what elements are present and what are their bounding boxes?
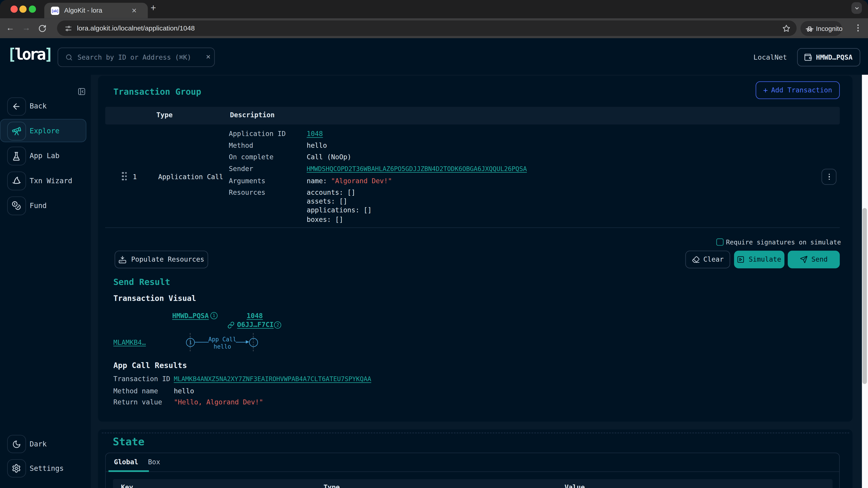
state-tab-bar: Global Box: [106, 453, 839, 472]
sidebar-item-label: Dark: [30, 440, 46, 448]
flask-icon: [12, 151, 21, 161]
result-field-label: Method name: [114, 387, 158, 395]
simulate-label: Simulate: [749, 256, 781, 263]
row-type: Application Call: [158, 172, 223, 181]
transaction-group-card: Transaction Group + Add Transaction Type…: [98, 76, 852, 422]
simulate-icon: [737, 256, 745, 263]
field-value: Call (NoOp): [307, 153, 351, 162]
add-transaction-button[interactable]: + Add Transaction: [755, 82, 840, 99]
tab-global[interactable]: Global: [114, 458, 138, 466]
sidebar-item-label: Explore: [30, 127, 59, 135]
sidebar-item-label: Back: [30, 102, 46, 110]
populate-icon: [119, 256, 127, 264]
browser-toolbar: ← → lora.algokit.io/localnet/application…: [0, 18, 868, 38]
graph-txn-link[interactable]: MLAMKB4…: [114, 338, 146, 347]
sidebar-item-explore[interactable]: Explore: [0, 122, 86, 140]
row-menu-button[interactable]: [822, 169, 837, 185]
table-header: Type Description: [105, 107, 840, 124]
field-label: Resources: [229, 188, 266, 197]
site-settings-icon[interactable]: [65, 25, 72, 32]
traffic-light-close[interactable]: [10, 5, 18, 13]
app-logo[interactable]: [lora]: [7, 46, 52, 64]
browser-menu-icon[interactable]: [857, 24, 859, 32]
field-label: Application ID: [229, 129, 286, 138]
column-description: Description: [230, 111, 275, 119]
sidebar-item-label: Settings: [30, 464, 64, 473]
network-label[interactable]: LocalNet: [753, 53, 787, 61]
field-value-arguments: name: "Algorand Dev!": [307, 176, 392, 185]
sidebar-item-txn-wizard[interactable]: Txn Wizard: [0, 172, 86, 190]
graph-arrow-segment: [236, 342, 246, 343]
wallet-button[interactable]: HMWD…PQSA: [797, 48, 860, 67]
transaction-visual-title: Transaction Visual: [114, 294, 196, 303]
resource-line: assets: []: [307, 197, 347, 205]
tab-close-icon[interactable]: ×: [132, 5, 136, 15]
sidebar-item-label: Fund: [30, 201, 46, 210]
tab-title: AlgoKit - lora: [64, 6, 102, 14]
send-button[interactable]: Send: [788, 251, 840, 269]
sidebar-item-app-lab[interactable]: App Lab: [0, 147, 86, 165]
sidebar-item-label: App Lab: [30, 152, 59, 160]
sidebar-item-settings[interactable]: Settings: [0, 459, 86, 478]
graph-arrow-head: [246, 340, 249, 344]
bookmark-star-icon[interactable]: [782, 24, 790, 33]
back-icon[interactable]: ←: [6, 23, 14, 32]
sidebar: Back Explore App Lab Txn Wizard Fund: [0, 74, 91, 488]
browser-tab[interactable]: [ak] AlgoKit - lora ×: [44, 3, 148, 18]
incognito-icon: [805, 24, 814, 33]
new-tab-icon[interactable]: +: [151, 3, 156, 14]
graph-arrow-label-line2: hello: [195, 343, 250, 350]
column-type: Type: [156, 111, 173, 119]
tab-box[interactable]: Box: [148, 458, 160, 466]
require-signatures-label: Require signatures on simulate: [726, 238, 841, 246]
result-field-label: Return value: [114, 398, 162, 407]
forward-icon[interactable]: →: [22, 23, 31, 32]
graph-group-link[interactable]: O6JJ…F7CI: [237, 320, 274, 329]
search-box[interactable]: ×: [58, 47, 215, 67]
drag-handle-icon[interactable]: [122, 172, 127, 181]
search-clear-icon[interactable]: ×: [206, 52, 211, 61]
traffic-light-minimize[interactable]: [20, 5, 27, 13]
url-text: lora.algokit.io/localnet/application/104…: [77, 24, 195, 32]
scrollbar-thumb[interactable]: [863, 208, 867, 384]
graph-app-link[interactable]: 1048: [247, 311, 263, 320]
wizard-hat-icon: [11, 176, 22, 186]
search-input[interactable]: [76, 48, 197, 67]
traffic-light-zoom[interactable]: [29, 5, 36, 13]
result-return-value: "Hello, Algorand Dev!": [174, 398, 263, 407]
favicon-text: [ak]: [52, 8, 58, 12]
row-index: 1: [133, 172, 137, 181]
graph-node-to: [249, 338, 258, 347]
result-field-value: hello: [174, 387, 194, 395]
state-column-value: Value: [564, 484, 585, 488]
sender-address-link[interactable]: HMWDSHQCOPD2T36WBAHLAZ6PO5GDJJZBN4D2TODK…: [307, 164, 527, 173]
reload-icon[interactable]: [38, 24, 46, 33]
url-bar[interactable]: lora.algokit.io/localnet/application/104…: [57, 21, 797, 36]
sidebar-collapse-icon[interactable]: [78, 87, 86, 96]
application-id-link[interactable]: 1048: [307, 129, 323, 138]
wallet-icon: [804, 53, 812, 61]
state-column-key: Key: [121, 484, 133, 488]
sidebar-item-back[interactable]: Back: [0, 97, 86, 116]
resource-line: boxes: []: [307, 215, 343, 224]
tab-search-button[interactable]: [851, 2, 862, 14]
populate-resources-label: Populate Resources: [131, 256, 204, 263]
sidebar-item-fund[interactable]: Fund: [0, 197, 86, 215]
sidebar-item-dark-mode[interactable]: Dark: [0, 435, 86, 453]
coins-icon: [12, 201, 21, 210]
resource-line: applications: []: [307, 206, 372, 215]
send-label: Send: [811, 256, 828, 263]
argument-name-prefix: name:: [307, 177, 331, 185]
simulate-button[interactable]: Simulate: [734, 251, 784, 269]
graph-node-number: 1: [189, 339, 192, 345]
clear-button[interactable]: Clear: [685, 251, 730, 269]
add-transaction-label: Add Transaction: [771, 87, 832, 94]
require-signatures-checkbox[interactable]: [716, 238, 723, 246]
chevron-down-icon: [854, 5, 860, 11]
result-transaction-id-link[interactable]: MLAMKB4ANXZ5NA2XY7ZNF3EAIROHVWPAB4A7CLT6…: [174, 375, 371, 383]
graph-sender-link[interactable]: HMWD…PQSA: [172, 311, 209, 320]
field-label: Arguments: [229, 176, 266, 185]
populate-resources-button[interactable]: Populate Resources: [115, 251, 209, 269]
arrow-left-icon: [12, 102, 21, 111]
active-tab-underline: [108, 470, 149, 472]
